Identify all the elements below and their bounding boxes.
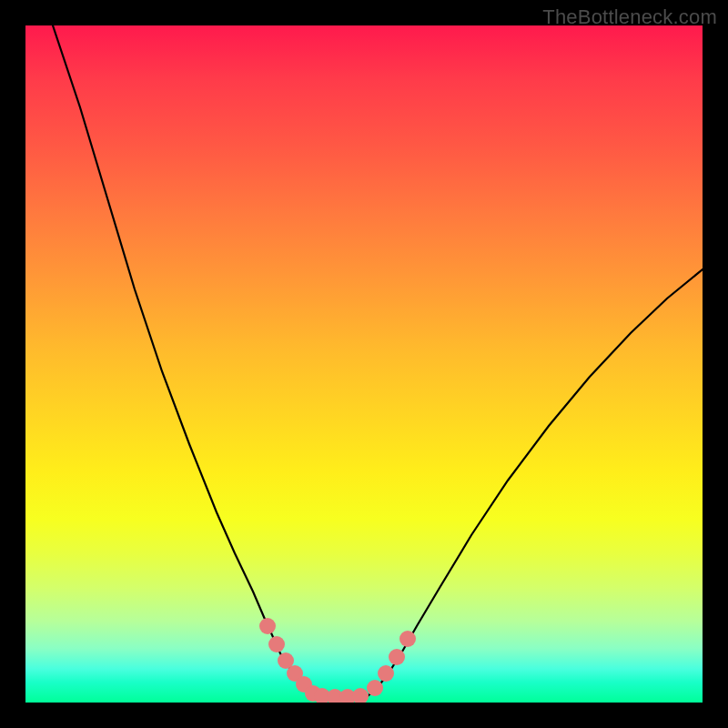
chart-plot-area: [25, 25, 703, 703]
marker-dot: [378, 665, 394, 682]
marker-dot: [367, 680, 383, 696]
marker-dot: [352, 688, 369, 703]
marker-dot: [268, 636, 285, 652]
watermark-text: TheBottleneck.com: [542, 5, 717, 29]
marker-dots: [259, 618, 416, 703]
marker-dot: [259, 618, 276, 634]
marker-dot: [389, 649, 405, 665]
marker-dot: [399, 631, 416, 647]
chart-svg: [25, 25, 703, 703]
left-curve: [53, 25, 318, 696]
right-curve: [368, 269, 703, 696]
